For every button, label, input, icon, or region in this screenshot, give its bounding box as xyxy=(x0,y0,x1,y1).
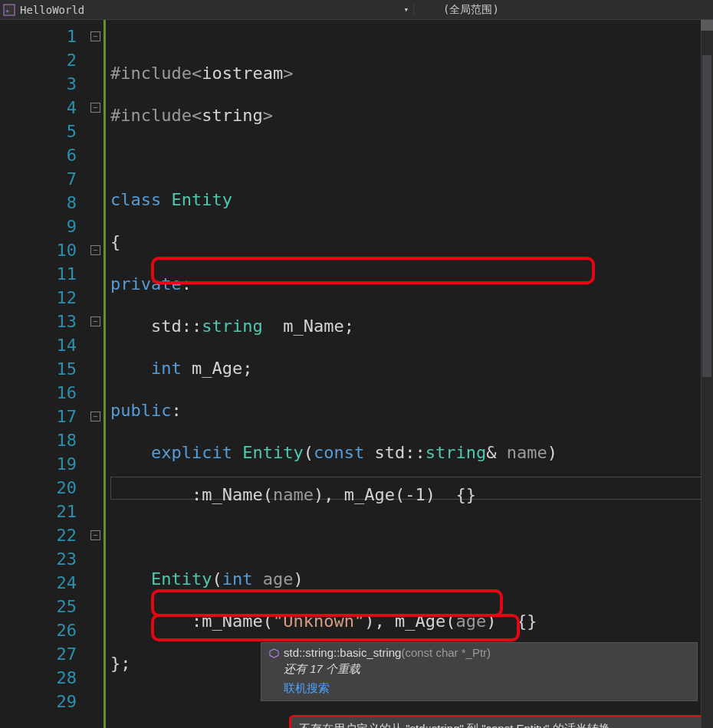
code-line[interactable]: class Entity xyxy=(110,188,713,212)
tooltip-signature-params: (const char *_Ptr) xyxy=(401,646,491,659)
intellisense-tooltip: std::string::basic_string(const char *_P… xyxy=(261,642,698,701)
code-line[interactable]: #include<string> xyxy=(110,103,713,127)
scrollbar-thumb[interactable] xyxy=(702,55,711,377)
fold-minus-icon[interactable]: − xyxy=(90,530,100,540)
line-number: 16 xyxy=(0,381,77,405)
code-line[interactable]: private: xyxy=(110,272,713,296)
line-number: 4 xyxy=(0,96,77,120)
line-number: 14 xyxy=(0,333,77,357)
fold-minus-icon[interactable]: − xyxy=(90,103,100,113)
fold-minus-icon[interactable]: − xyxy=(90,31,100,41)
code-line[interactable]: :m_Name(name), m_Age(-1) {} xyxy=(110,483,713,507)
scope-dropdown[interactable]: (全局范围) xyxy=(414,3,713,17)
line-number: 11 xyxy=(0,262,77,286)
search-online-link[interactable]: 联机搜索 xyxy=(261,680,697,700)
line-number: 23 xyxy=(0,547,77,571)
vertical-scrollbar[interactable] xyxy=(701,20,713,728)
tooltip-overloads: 还有 17 个重载 xyxy=(261,661,697,680)
code-line[interactable]: public: xyxy=(110,398,713,422)
fold-minus-icon[interactable]: − xyxy=(90,412,100,421)
line-number: 8 xyxy=(0,191,77,215)
line-number: 12 xyxy=(0,286,77,310)
file-dropdown[interactable]: + HelloWorld ▾ xyxy=(0,4,414,16)
line-number: 27 xyxy=(0,642,77,666)
line-number: 28 xyxy=(0,666,77,690)
line-number: 26 xyxy=(0,618,77,642)
line-number: 24 xyxy=(0,571,77,595)
chevron-down-icon: ▾ xyxy=(403,5,413,15)
error-message: 不存在用户定义的从 "std::string" 到 "const Entity"… xyxy=(299,722,610,728)
code-area[interactable]: #include<iostream> #include<string> clas… xyxy=(106,20,713,728)
line-number: 17 xyxy=(0,405,77,428)
line-number: 18 xyxy=(0,428,77,452)
line-number: 25 xyxy=(0,595,77,618)
navigation-bar: + HelloWorld ▾ (全局范围) xyxy=(0,0,713,20)
svg-marker-2 xyxy=(270,649,278,657)
line-number-gutter: 1 2 3 4 5 6 7 8 9 10 11 12 13 14 15 16 1… xyxy=(0,20,87,728)
line-number: 5 xyxy=(0,120,77,143)
fold-minus-icon[interactable]: − xyxy=(90,245,100,255)
line-number: 3 xyxy=(0,72,77,96)
line-number: 29 xyxy=(0,690,77,713)
code-editor[interactable]: 1 2 3 4 5 6 7 8 9 10 11 12 13 14 15 16 1… xyxy=(0,20,713,728)
split-handle[interactable] xyxy=(701,20,713,31)
code-line[interactable]: #include<iostream> xyxy=(110,61,713,85)
line-number: 13 xyxy=(0,310,77,333)
code-line[interactable]: std::string m_Name; xyxy=(110,314,713,338)
code-line[interactable]: int m_Age; xyxy=(110,356,713,380)
line-number: 10 xyxy=(0,238,77,262)
svg-text:+: + xyxy=(5,7,10,15)
line-number: 22 xyxy=(0,523,77,547)
line-number: 6 xyxy=(0,143,77,167)
line-number: 1 xyxy=(0,25,77,48)
error-tooltip: 不存在用户定义的从 "std::string" 到 "const Entity"… xyxy=(289,715,710,728)
file-name: HelloWorld xyxy=(20,4,84,16)
line-number: 15 xyxy=(0,357,77,381)
fold-margin: − − − − − − xyxy=(87,20,106,728)
code-line[interactable]: { xyxy=(110,230,713,254)
code-line[interactable]: Entity(int age) xyxy=(110,567,713,591)
code-line[interactable] xyxy=(110,525,713,549)
fold-minus-icon[interactable]: − xyxy=(90,316,100,326)
line-number: 20 xyxy=(0,476,77,500)
line-number: 21 xyxy=(0,500,77,523)
code-line[interactable] xyxy=(110,146,713,169)
line-number: 7 xyxy=(0,167,77,191)
code-line[interactable]: :m_Name("Unknown"), m_Age(age) {} xyxy=(110,609,713,633)
line-number: 19 xyxy=(0,452,77,476)
line-number: 2 xyxy=(0,48,77,72)
method-icon xyxy=(269,648,279,657)
tooltip-signature: std::string::basic_string xyxy=(284,646,401,659)
code-line[interactable]: explicit Entity(const std::string& name) xyxy=(110,441,713,464)
line-number: 9 xyxy=(0,215,77,238)
file-cpp-icon: + xyxy=(3,4,15,16)
scope-label: (全局范围) xyxy=(443,3,499,17)
